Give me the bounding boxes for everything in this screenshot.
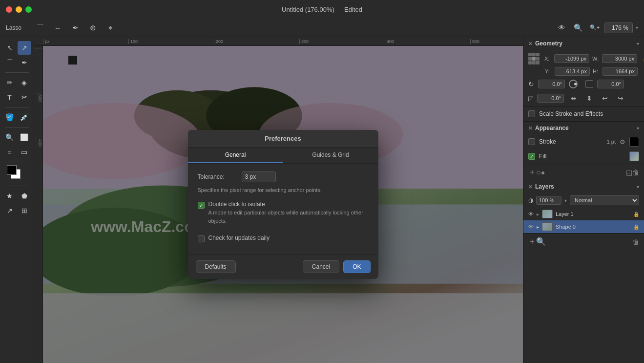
layers-close-icon[interactable]: ✕	[528, 184, 532, 190]
star-tool-btn[interactable]: ★	[3, 189, 17, 203]
type-tool-btn[interactable]: T	[3, 90, 17, 104]
x-input[interactable]	[554, 54, 589, 63]
lasso-select-btn[interactable]: ⌒	[3, 56, 17, 69]
zoom-out-button[interactable]: 🔍	[571, 21, 585, 35]
dot-btn[interactable]: ●	[541, 169, 545, 176]
zoom-dropdown-arrow[interactable]: ▾	[636, 25, 638, 30]
eyedropper-btn[interactable]: 💉	[18, 110, 31, 124]
ruler-horizontal: px 100 200 300 400 500	[34, 37, 523, 46]
lock-icon[interactable]: 🔒	[642, 55, 644, 63]
opacity-dropdown-arrow[interactable]: ▾	[564, 198, 567, 203]
tolerance-description: Specifies the pixel range for selecting …	[198, 186, 369, 194]
rotate-left-btn[interactable]: ↩	[599, 92, 611, 104]
stroke-gear-icon[interactable]: ⚙	[620, 138, 625, 146]
add-layer-btn[interactable]: ＋	[528, 236, 536, 247]
w-input[interactable]	[602, 54, 637, 63]
appearance-close-icon[interactable]: ✕	[528, 126, 532, 131]
tab-guides-grid[interactable]: Guides & Grid	[283, 148, 378, 163]
rect-select-btn[interactable]: ⬜	[18, 130, 31, 144]
canvas[interactable]: www.MacZ.com Preferences General Guides …	[43, 46, 523, 363]
rect-tool-btn[interactable]: ▭	[18, 145, 31, 159]
layer-item-shape-0[interactable]: 👁 ▸ Shape 0 🔒	[523, 220, 644, 233]
layer-item-1[interactable]: 👁 ▸ Layer 1 🔒	[523, 208, 644, 220]
frame-tool-btn[interactable]: ⊞	[18, 204, 31, 217]
add-effect-btn[interactable]: ＋	[528, 167, 536, 177]
rotation-circle[interactable]	[569, 80, 578, 88]
eye-button[interactable]: 👁	[555, 21, 568, 35]
maximize-button[interactable]	[25, 6, 32, 13]
shape-0-thumb	[542, 222, 553, 231]
layer-1-thumb	[542, 210, 553, 218]
anchor-add-tool-btn[interactable]: ⊕	[86, 21, 100, 35]
defaults-button[interactable]: Defaults	[196, 260, 236, 273]
delete-layer-btn[interactable]: 🗑	[632, 238, 639, 246]
ruler-tick-100: 100	[128, 39, 214, 44]
rotation-input-2[interactable]	[597, 80, 624, 88]
rotation-input-1[interactable]	[538, 80, 565, 88]
foreground-color-swatch[interactable]	[7, 165, 17, 175]
geometry-header[interactable]: ✕ Geometry ▾	[523, 37, 644, 50]
skew-input[interactable]	[537, 94, 564, 103]
direct-select-tool-btn[interactable]: ↗	[18, 41, 31, 55]
mask-btn[interactable]: ◱	[626, 169, 632, 176]
preferences-dialog: Preferences General Guides & Grid Tolera…	[188, 130, 378, 279]
double-click-label: Double click to isolate	[208, 201, 369, 208]
opacity-input[interactable]	[536, 196, 561, 205]
smooth-tool-btn[interactable]: ⌖	[104, 21, 117, 35]
select-tool-btn[interactable]: ↖	[3, 41, 17, 55]
rotate-right-btn[interactable]: ↪	[615, 92, 626, 104]
h-input[interactable]	[602, 67, 638, 76]
minimize-button[interactable]	[16, 6, 22, 13]
main-layout: ↖ ↗ ⌒ ✒ ✏ ◈ T ✂ 🪣 💉 🔍 ⬜ ○ ▭	[0, 37, 644, 363]
scale-stroke-checkbox[interactable]	[528, 110, 535, 117]
shape-0-expand-icon[interactable]: ▸	[537, 224, 539, 230]
appearance-header[interactable]: ✕ Appearance ▾	[523, 122, 644, 134]
polygon-tool-btn[interactable]: ⬟	[18, 189, 31, 203]
double-click-checkbox[interactable]: ✓	[198, 202, 205, 209]
check-updates-checkbox[interactable]	[198, 235, 205, 242]
scissors-tool-btn[interactable]: ✂	[18, 90, 31, 104]
circle-btn[interactable]: ○	[536, 168, 541, 177]
arrow-tool-btn[interactable]: ↗	[3, 204, 17, 217]
stroke-pt: 1 pt	[607, 139, 616, 145]
zoom-input[interactable]	[604, 22, 633, 33]
align-grid-icon[interactable]	[528, 53, 540, 64]
y-input[interactable]	[555, 67, 590, 76]
flip-h-btn[interactable]: ⬌	[568, 92, 580, 104]
cancel-button[interactable]: Cancel	[303, 260, 339, 273]
stroke-visibility-checkbox[interactable]	[528, 138, 535, 145]
tolerance-input[interactable]	[242, 171, 276, 182]
delete-effect-btn[interactable]: 🗑	[632, 169, 639, 176]
layers-circle-btn[interactable]: 🔍	[536, 237, 546, 246]
clone-tool-btn[interactable]: ◈	[18, 76, 31, 89]
flip-v-btn[interactable]: ⬍	[583, 92, 595, 104]
fill-visibility-checkbox[interactable]: ✓	[528, 153, 535, 160]
tolerance-label: Tolerance:	[198, 173, 237, 180]
tab-general[interactable]: General	[188, 148, 283, 163]
layers-header[interactable]: ✕ Layers ▾	[523, 180, 644, 193]
layer-1-eye-icon[interactable]: 👁	[528, 211, 534, 217]
brush-tool-btn[interactable]: ✏	[3, 76, 17, 89]
window-title: Untitled (176.00%) — Edited	[282, 6, 362, 13]
pen-tool-btn[interactable]: ✒	[68, 21, 82, 35]
blend-mode-select[interactable]: Normal	[570, 195, 639, 205]
lasso-tool-btn[interactable]: ⌒	[33, 21, 47, 35]
zoom-in-button[interactable]: 🔍+	[588, 21, 602, 35]
right-panel: ✕ Geometry ▾	[523, 37, 644, 363]
close-button[interactable]	[6, 6, 12, 13]
stroke-color-swatch[interactable]	[629, 137, 639, 147]
layers-bottom-row: ＋ 🔍 🗑	[523, 234, 644, 250]
vector-pen-btn[interactable]: ✒	[18, 56, 31, 69]
ellipse-tool-btn[interactable]: ○	[3, 145, 17, 159]
x-label: X:	[544, 56, 551, 62]
geometry-section: ✕ Geometry ▾	[523, 37, 644, 107]
arc-tool-btn[interactable]: ⌢	[51, 21, 64, 35]
ok-button[interactable]: OK	[343, 260, 370, 273]
layer-1-expand-icon[interactable]: ▸	[537, 212, 539, 217]
shape-0-eye-icon[interactable]: 👁	[528, 224, 534, 230]
layers-header-left: ✕ Layers	[528, 183, 554, 190]
zoom-tool-btn[interactable]: 🔍	[3, 130, 17, 144]
paint-bucket-btn[interactable]: 🪣	[3, 110, 17, 124]
fill-color-swatch[interactable]	[629, 151, 639, 161]
geometry-close-icon[interactable]: ✕	[528, 41, 532, 46]
